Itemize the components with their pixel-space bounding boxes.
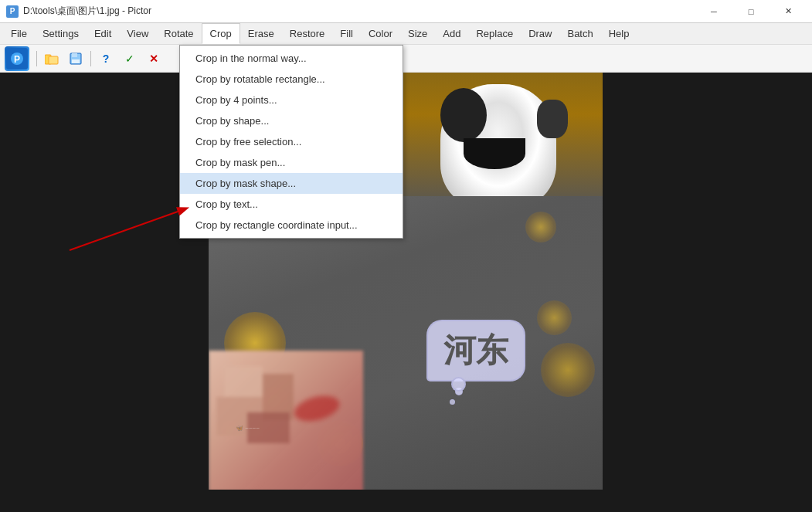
canvas-area: 河东 🦋 ~~~~ <box>0 73 812 512</box>
svg-rect-6 <box>72 53 77 57</box>
crop-rotatable-item[interactable]: Crop by rotatable rectangle... <box>180 69 403 90</box>
menu-bar: File Settings Edit View Rotate Crop Eras… <box>0 23 812 45</box>
window-title: D:\tools\桌面\图片\1.jpg - Pictor <box>23 5 151 18</box>
menu-item-erase[interactable]: Erase <box>240 23 282 44</box>
toolbar-save-button[interactable] <box>65 49 87 69</box>
crop-text-item[interactable]: Crop by text... <box>180 194 403 215</box>
toolbar: P ? ✓ ✕ <box>0 45 812 73</box>
menu-item-fill[interactable]: Fill <box>332 23 361 44</box>
menu-item-batch[interactable]: Batch <box>559 23 600 44</box>
svg-text:P: P <box>14 54 20 65</box>
menu-item-replace[interactable]: Replace <box>468 23 521 44</box>
text-bubble: 河东 <box>426 320 525 381</box>
crop-rect-coord-item[interactable]: Crop by rectangle coordinate input... <box>180 215 403 236</box>
check-icon: ✓ <box>125 53 134 65</box>
crop-mask-pen-item[interactable]: Crop by mask pen... <box>180 152 403 173</box>
title-bar-controls: ─ □ ✕ <box>696 0 806 23</box>
bottom-area: 河东 🦋 ~~~~ <box>209 196 603 490</box>
title-bar-left: P D:\tools\桌面\图片\1.jpg - Pictor <box>6 5 151 18</box>
chinese-text: 河东 <box>443 332 508 368</box>
menu-item-restore[interactable]: Restore <box>282 23 333 44</box>
crop-4points-item[interactable]: Crop by 4 points... <box>180 90 403 110</box>
bokeh-6 <box>541 343 595 397</box>
crop-normal-item[interactable]: Crop in the normal way... <box>180 48 403 69</box>
close-button[interactable]: ✕ <box>770 0 806 23</box>
crop-free-item[interactable]: Crop by free selection... <box>180 131 403 152</box>
svg-line-10 <box>70 212 178 250</box>
maximize-button[interactable]: □ <box>733 0 769 23</box>
toolbar-red-x-button[interactable]: ✕ <box>143 49 165 69</box>
toolbar-separator-2 <box>90 51 91 66</box>
bokeh-7 <box>525 212 556 242</box>
arrow-pointer <box>54 204 193 258</box>
crop-mask-shape-item[interactable]: Crop by mask shape... <box>180 173 403 194</box>
menu-item-draw[interactable]: Draw <box>521 23 559 44</box>
menu-item-rotate[interactable]: Rotate <box>156 23 201 44</box>
title-bar: P D:\tools\桌面\图片\1.jpg - Pictor ─ □ ✕ <box>0 0 812 23</box>
menu-item-crop[interactable]: Crop <box>202 23 240 44</box>
menu-item-add[interactable]: Add <box>435 23 468 44</box>
logo-area: P <box>5 46 29 71</box>
svg-rect-4 <box>49 56 58 64</box>
question-icon: ? <box>103 53 110 65</box>
menu-item-color[interactable]: Color <box>361 23 400 44</box>
menu-item-file[interactable]: File <box>3 23 35 44</box>
toolbar-separator-1 <box>36 51 37 66</box>
toolbar-green-check-button[interactable]: ✓ <box>119 49 141 69</box>
logo-image: P <box>5 46 29 71</box>
svg-text:🦋 ~~~~: 🦋 ~~~~ <box>236 424 260 432</box>
menu-item-edit[interactable]: Edit <box>87 23 119 44</box>
minimize-button[interactable]: ─ <box>696 0 732 23</box>
menu-item-settings[interactable]: Settings <box>35 23 87 44</box>
svg-rect-7 <box>72 59 80 63</box>
menu-item-view[interactable]: View <box>119 23 156 44</box>
menu-item-size[interactable]: Size <box>400 23 435 44</box>
menu-item-help[interactable]: Help <box>601 23 637 44</box>
crop-dropdown-menu: Crop in the normal way... Crop by rotata… <box>179 45 403 239</box>
x-icon: ✕ <box>149 53 158 65</box>
bokeh-5 <box>537 300 572 335</box>
crop-shape-item[interactable]: Crop by shape... <box>180 110 403 131</box>
toolbar-question-button[interactable]: ? <box>95 49 117 69</box>
watermark: 🦋 ~~~~ <box>232 419 278 443</box>
toolbar-open-button[interactable] <box>41 49 63 69</box>
app-icon: P <box>6 5 19 18</box>
